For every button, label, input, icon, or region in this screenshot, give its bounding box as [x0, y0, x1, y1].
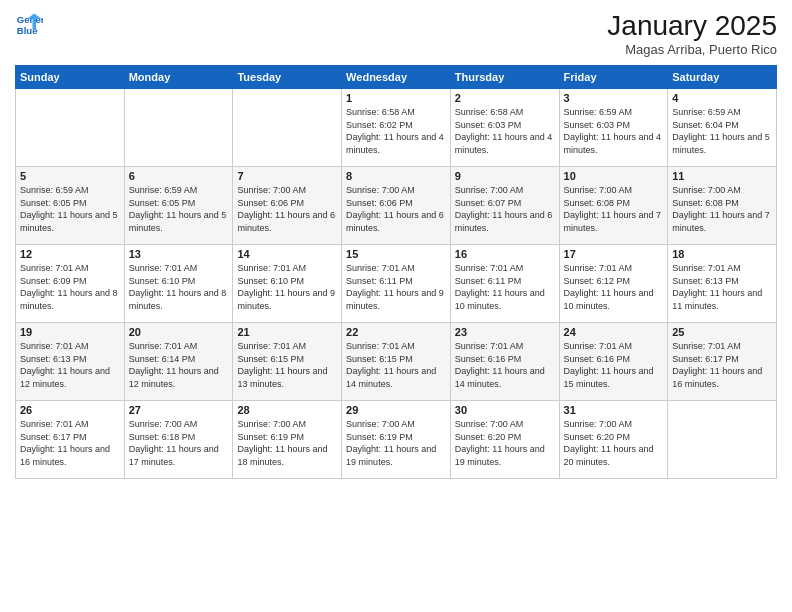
day-number: 15	[346, 248, 446, 260]
col-tuesday: Tuesday	[233, 66, 342, 89]
day-info: Sunrise: 7:01 AMSunset: 6:13 PMDaylight:…	[20, 340, 120, 390]
day-info: Sunrise: 7:01 AMSunset: 6:16 PMDaylight:…	[455, 340, 555, 390]
table-row: 18Sunrise: 7:01 AMSunset: 6:13 PMDayligh…	[668, 245, 777, 323]
day-info: Sunrise: 7:00 AMSunset: 6:18 PMDaylight:…	[129, 418, 229, 468]
table-row	[233, 89, 342, 167]
day-number: 3	[564, 92, 664, 104]
day-info: Sunrise: 6:59 AMSunset: 6:05 PMDaylight:…	[20, 184, 120, 234]
page: General Blue January 2025 Magas Arriba, …	[0, 0, 792, 612]
day-info: Sunrise: 7:01 AMSunset: 6:15 PMDaylight:…	[237, 340, 337, 390]
table-row: 24Sunrise: 7:01 AMSunset: 6:16 PMDayligh…	[559, 323, 668, 401]
day-number: 5	[20, 170, 120, 182]
day-info: Sunrise: 7:00 AMSunset: 6:19 PMDaylight:…	[346, 418, 446, 468]
day-number: 18	[672, 248, 772, 260]
table-row: 14Sunrise: 7:01 AMSunset: 6:10 PMDayligh…	[233, 245, 342, 323]
col-saturday: Saturday	[668, 66, 777, 89]
col-sunday: Sunday	[16, 66, 125, 89]
logo-icon: General Blue	[15, 10, 43, 38]
location: Magas Arriba, Puerto Rico	[607, 42, 777, 57]
day-info: Sunrise: 7:01 AMSunset: 6:10 PMDaylight:…	[237, 262, 337, 312]
day-number: 1	[346, 92, 446, 104]
day-number: 28	[237, 404, 337, 416]
table-row: 15Sunrise: 7:01 AMSunset: 6:11 PMDayligh…	[342, 245, 451, 323]
table-row: 1Sunrise: 6:58 AMSunset: 6:02 PMDaylight…	[342, 89, 451, 167]
day-number: 10	[564, 170, 664, 182]
day-info: Sunrise: 7:01 AMSunset: 6:16 PMDaylight:…	[564, 340, 664, 390]
day-number: 25	[672, 326, 772, 338]
day-info: Sunrise: 7:01 AMSunset: 6:11 PMDaylight:…	[346, 262, 446, 312]
day-info: Sunrise: 6:59 AMSunset: 6:03 PMDaylight:…	[564, 106, 664, 156]
table-row: 13Sunrise: 7:01 AMSunset: 6:10 PMDayligh…	[124, 245, 233, 323]
day-number: 30	[455, 404, 555, 416]
calendar-week-row: 26Sunrise: 7:01 AMSunset: 6:17 PMDayligh…	[16, 401, 777, 479]
table-row: 2Sunrise: 6:58 AMSunset: 6:03 PMDaylight…	[450, 89, 559, 167]
calendar-week-row: 19Sunrise: 7:01 AMSunset: 6:13 PMDayligh…	[16, 323, 777, 401]
day-info: Sunrise: 7:00 AMSunset: 6:06 PMDaylight:…	[237, 184, 337, 234]
col-monday: Monday	[124, 66, 233, 89]
day-info: Sunrise: 7:00 AMSunset: 6:20 PMDaylight:…	[455, 418, 555, 468]
table-row: 16Sunrise: 7:01 AMSunset: 6:11 PMDayligh…	[450, 245, 559, 323]
table-row: 8Sunrise: 7:00 AMSunset: 6:06 PMDaylight…	[342, 167, 451, 245]
table-row: 17Sunrise: 7:01 AMSunset: 6:12 PMDayligh…	[559, 245, 668, 323]
day-number: 31	[564, 404, 664, 416]
table-row: 30Sunrise: 7:00 AMSunset: 6:20 PMDayligh…	[450, 401, 559, 479]
day-number: 22	[346, 326, 446, 338]
day-info: Sunrise: 6:58 AMSunset: 6:02 PMDaylight:…	[346, 106, 446, 156]
header: General Blue January 2025 Magas Arriba, …	[15, 10, 777, 57]
table-row	[16, 89, 125, 167]
day-number: 29	[346, 404, 446, 416]
calendar-week-row: 12Sunrise: 7:01 AMSunset: 6:09 PMDayligh…	[16, 245, 777, 323]
day-info: Sunrise: 7:01 AMSunset: 6:11 PMDaylight:…	[455, 262, 555, 312]
table-row: 25Sunrise: 7:01 AMSunset: 6:17 PMDayligh…	[668, 323, 777, 401]
day-number: 23	[455, 326, 555, 338]
month-title: January 2025	[607, 10, 777, 42]
day-number: 16	[455, 248, 555, 260]
table-row: 9Sunrise: 7:00 AMSunset: 6:07 PMDaylight…	[450, 167, 559, 245]
day-info: Sunrise: 7:01 AMSunset: 6:12 PMDaylight:…	[564, 262, 664, 312]
day-number: 24	[564, 326, 664, 338]
table-row: 28Sunrise: 7:00 AMSunset: 6:19 PMDayligh…	[233, 401, 342, 479]
table-row	[124, 89, 233, 167]
day-info: Sunrise: 6:59 AMSunset: 6:04 PMDaylight:…	[672, 106, 772, 156]
day-number: 7	[237, 170, 337, 182]
day-number: 19	[20, 326, 120, 338]
table-row: 7Sunrise: 7:00 AMSunset: 6:06 PMDaylight…	[233, 167, 342, 245]
day-info: Sunrise: 7:01 AMSunset: 6:13 PMDaylight:…	[672, 262, 772, 312]
logo: General Blue	[15, 10, 43, 38]
day-info: Sunrise: 7:01 AMSunset: 6:15 PMDaylight:…	[346, 340, 446, 390]
table-row: 26Sunrise: 7:01 AMSunset: 6:17 PMDayligh…	[16, 401, 125, 479]
calendar-table: Sunday Monday Tuesday Wednesday Thursday…	[15, 65, 777, 479]
table-row: 5Sunrise: 6:59 AMSunset: 6:05 PMDaylight…	[16, 167, 125, 245]
day-number: 4	[672, 92, 772, 104]
table-row: 6Sunrise: 6:59 AMSunset: 6:05 PMDaylight…	[124, 167, 233, 245]
day-number: 20	[129, 326, 229, 338]
day-number: 9	[455, 170, 555, 182]
table-row: 12Sunrise: 7:01 AMSunset: 6:09 PMDayligh…	[16, 245, 125, 323]
table-row: 21Sunrise: 7:01 AMSunset: 6:15 PMDayligh…	[233, 323, 342, 401]
day-number: 17	[564, 248, 664, 260]
day-number: 27	[129, 404, 229, 416]
day-number: 11	[672, 170, 772, 182]
day-number: 21	[237, 326, 337, 338]
day-info: Sunrise: 7:01 AMSunset: 6:17 PMDaylight:…	[672, 340, 772, 390]
day-number: 12	[20, 248, 120, 260]
day-info: Sunrise: 7:01 AMSunset: 6:14 PMDaylight:…	[129, 340, 229, 390]
table-row: 4Sunrise: 6:59 AMSunset: 6:04 PMDaylight…	[668, 89, 777, 167]
calendar-header-row: Sunday Monday Tuesday Wednesday Thursday…	[16, 66, 777, 89]
day-info: Sunrise: 7:00 AMSunset: 6:07 PMDaylight:…	[455, 184, 555, 234]
day-number: 8	[346, 170, 446, 182]
table-row: 27Sunrise: 7:00 AMSunset: 6:18 PMDayligh…	[124, 401, 233, 479]
day-info: Sunrise: 7:00 AMSunset: 6:08 PMDaylight:…	[672, 184, 772, 234]
day-info: Sunrise: 7:00 AMSunset: 6:20 PMDaylight:…	[564, 418, 664, 468]
table-row: 23Sunrise: 7:01 AMSunset: 6:16 PMDayligh…	[450, 323, 559, 401]
day-info: Sunrise: 7:01 AMSunset: 6:17 PMDaylight:…	[20, 418, 120, 468]
table-row: 19Sunrise: 7:01 AMSunset: 6:13 PMDayligh…	[16, 323, 125, 401]
title-block: January 2025 Magas Arriba, Puerto Rico	[607, 10, 777, 57]
calendar-week-row: 5Sunrise: 6:59 AMSunset: 6:05 PMDaylight…	[16, 167, 777, 245]
day-number: 6	[129, 170, 229, 182]
col-wednesday: Wednesday	[342, 66, 451, 89]
col-friday: Friday	[559, 66, 668, 89]
day-info: Sunrise: 6:59 AMSunset: 6:05 PMDaylight:…	[129, 184, 229, 234]
table-row: 10Sunrise: 7:00 AMSunset: 6:08 PMDayligh…	[559, 167, 668, 245]
day-info: Sunrise: 7:00 AMSunset: 6:06 PMDaylight:…	[346, 184, 446, 234]
